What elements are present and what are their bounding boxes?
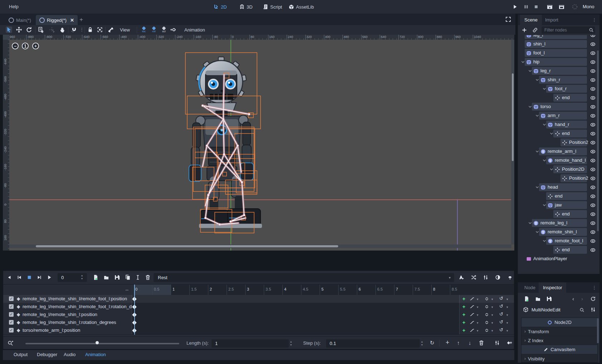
- animation-track-row[interactable]: ✓remote_leg_l/remote_shin_l/remote_foot_…: [3, 303, 514, 311]
- stop-button[interactable]: [534, 4, 539, 9]
- play-animation-button[interactable]: [47, 275, 52, 280]
- scene-node-leg_r[interactable]: leg_r: [519, 67, 599, 76]
- visibility-eye-icon[interactable]: [590, 158, 596, 163]
- edit-history-button[interactable]: [590, 296, 596, 302]
- add-key-icon[interactable]: +: [462, 320, 465, 325]
- chevron-down-icon[interactable]: ▾: [477, 297, 479, 301]
- visibility-eye-icon[interactable]: [590, 59, 596, 65]
- collapse-arrow-icon[interactable]: [520, 59, 525, 64]
- new-resource-button[interactable]: [524, 296, 529, 302]
- scene-node-remote_hand_l[interactable]: remote_hand_l: [519, 156, 599, 165]
- pivot-tool-button[interactable]: [49, 26, 55, 33]
- collapse-arrow-icon[interactable]: [535, 149, 540, 154]
- chevron-down-icon[interactable]: ▾: [506, 313, 508, 317]
- visibility-eye-icon[interactable]: [590, 203, 596, 208]
- add-node-button[interactable]: [521, 27, 527, 33]
- inspector-properties[interactable]: Node2D›Transform›Z IndexCanvasItem›Visib…: [521, 317, 598, 363]
- track-enabled-checkbox[interactable]: ✓: [9, 328, 14, 333]
- group-node-button[interactable]: [97, 26, 103, 33]
- scene-node-foot_r[interactable]: foot_r: [519, 84, 599, 93]
- add-key-icon[interactable]: +: [462, 296, 465, 302]
- play-button[interactable]: [513, 4, 518, 9]
- move-tool-button[interactable]: [16, 26, 22, 33]
- collapse-arrow-icon[interactable]: [528, 104, 533, 109]
- snap-options-menu[interactable]: ⋮: [79, 27, 84, 32]
- tab-inspector[interactable]: Inspector: [539, 282, 566, 293]
- tab-debugger[interactable]: Debugger: [37, 352, 57, 357]
- visibility-eye-icon[interactable]: [590, 238, 596, 244]
- stop-animation-button[interactable]: [27, 275, 32, 280]
- pan-tool-button[interactable]: [59, 26, 66, 33]
- scene-node-remote_foot_l[interactable]: remote_foot_l: [519, 237, 599, 246]
- visibility-eye-icon[interactable]: [590, 113, 596, 118]
- animation-track-row[interactable]: ✓remote_leg_l/remote_shin_l:position+▾▾↺…: [3, 311, 514, 319]
- collapse-arrow-icon[interactable]: [528, 220, 533, 225]
- save-animation-button[interactable]: [114, 275, 120, 280]
- visibility-eye-icon[interactable]: [590, 229, 596, 235]
- scene-tab-main[interactable]: Main(*): [5, 15, 35, 25]
- animation-track-row[interactable]: ✓remote_leg_l/remote_shin_l/remote_foot_…: [3, 295, 514, 303]
- scene-node-end[interactable]: end: [519, 210, 599, 219]
- length-field[interactable]: 1: [212, 339, 289, 348]
- zoom-out-button[interactable]: −: [12, 43, 19, 49]
- scene-node-end[interactable]: end: [519, 192, 599, 201]
- collapse-arrow-icon[interactable]: [542, 86, 547, 91]
- scene-node-remote_arm_l[interactable]: remote_arm_l: [519, 147, 599, 156]
- pause-button[interactable]: [524, 4, 529, 9]
- inspector-group-Visibility[interactable]: ›Visibility: [521, 354, 597, 363]
- lock-node-button[interactable]: [87, 26, 93, 33]
- loop-animation-button[interactable]: ↻: [430, 340, 434, 346]
- timeline-playhead[interactable]: [134, 285, 135, 335]
- search-properties-icon[interactable]: [579, 307, 584, 312]
- scene-node-leg_l[interactable]: leg_l: [519, 35, 599, 40]
- scene-node-foot_l[interactable]: foot_l: [519, 49, 599, 58]
- collapse-arrow-icon[interactable]: [535, 77, 540, 82]
- visibility-eye-icon[interactable]: [590, 68, 596, 74]
- collapse-arrow-icon[interactable]: [542, 122, 547, 127]
- save-resource-button[interactable]: [546, 296, 552, 302]
- collapse-arrow-icon[interactable]: [535, 113, 540, 118]
- animation-track-row[interactable]: ✓torso/remote_arm_l:position+▾▾↺▾: [3, 326, 514, 335]
- dock-options-menu[interactable]: ⋮: [592, 17, 597, 23]
- skeleton-options-button[interactable]: [107, 26, 114, 33]
- scene-node-end[interactable]: end: [519, 93, 599, 102]
- dock-options-menu[interactable]: ⋮: [592, 285, 597, 290]
- onion-skinning-button[interactable]: [495, 275, 501, 280]
- scene-node-torso[interactable]: torso: [519, 102, 599, 111]
- visibility-eye-icon[interactable]: [590, 42, 596, 47]
- loop-wrap-icon[interactable]: ↺: [499, 327, 503, 333]
- scene-node-remote_shin_l[interactable]: remote_shin_l: [519, 228, 599, 237]
- wrap-mode-icon[interactable]: [484, 320, 489, 325]
- chevron-down-icon[interactable]: ▾: [506, 329, 508, 333]
- chevron-down-icon[interactable]: ▾: [506, 321, 508, 325]
- edit-filters-button[interactable]: [483, 275, 489, 280]
- help-menu[interactable]: Help: [9, 4, 19, 9]
- load-animation-button[interactable]: [103, 275, 109, 280]
- visibility-eye-icon[interactable]: [590, 185, 596, 190]
- play-backwards-from-end-button[interactable]: [7, 275, 12, 280]
- visibility-eye-icon[interactable]: [590, 50, 596, 56]
- loop-wrap-icon[interactable]: ↺: [499, 304, 503, 309]
- interpolation-mode-icon[interactable]: [470, 328, 475, 333]
- scene-node-end[interactable]: end: [519, 246, 599, 254]
- collapse-arrow-icon[interactable]: [542, 158, 547, 163]
- chevron-down-icon[interactable]: ▾: [477, 329, 479, 333]
- workspace-tab-assetlib[interactable]: AssetLib: [288, 0, 314, 14]
- chevron-down-icon[interactable]: ▾: [491, 297, 493, 301]
- rotate-tool-button[interactable]: [26, 26, 32, 33]
- collapse-arrow-icon[interactable]: [528, 68, 533, 73]
- interpolation-mode-icon[interactable]: [470, 296, 475, 301]
- wrap-mode-icon[interactable]: [484, 328, 489, 333]
- scene-node-end[interactable]: end: [519, 129, 599, 138]
- zoom-in-button[interactable]: +: [32, 43, 39, 49]
- play-backwards-button[interactable]: [17, 275, 22, 280]
- tab-node[interactable]: Node: [520, 282, 540, 293]
- loop-wrap-icon[interactable]: ↺: [499, 311, 503, 317]
- zoom-reset-button[interactable]: 1: [22, 43, 29, 49]
- play-custom-scene-button[interactable]: [559, 4, 564, 10]
- loop-wrap-icon[interactable]: ↺: [499, 319, 503, 325]
- scene-node-head[interactable]: head: [519, 183, 599, 192]
- collapse-arrow-icon[interactable]: [542, 203, 547, 208]
- visibility-eye-icon[interactable]: [590, 86, 596, 92]
- wrap-mode-icon[interactable]: [484, 296, 489, 301]
